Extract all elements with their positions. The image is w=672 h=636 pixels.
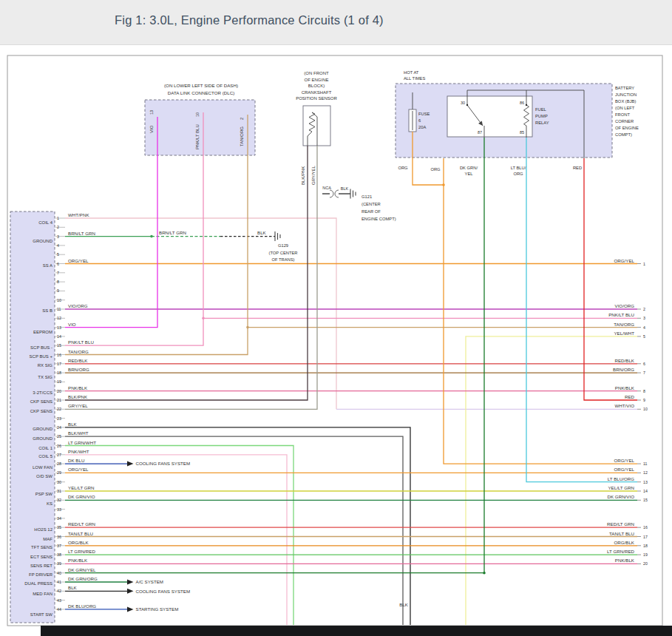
- pin-name: CKP SENS: [30, 409, 52, 413]
- wire-label: YEL/WHT: [614, 331, 634, 336]
- ckp-caption: (ON FRONT: [304, 71, 329, 75]
- wire-label: BLK/PNK: [68, 394, 88, 399]
- wire-label: PNK/LT BLU: [68, 339, 94, 345]
- pin-number: 11: [57, 307, 61, 311]
- dlc-wire-label: PNK/LT BLU: [195, 124, 200, 149]
- wire-label: ORG: [513, 172, 523, 176]
- pin-number: 40: [57, 571, 61, 575]
- wire-label: ORG: [398, 166, 408, 170]
- pin-name: PSP SW: [35, 492, 53, 496]
- pin-number: 32: [57, 498, 61, 502]
- relay-label: PUMP: [535, 114, 548, 118]
- pin-number: 7: [57, 271, 59, 275]
- wire-label: DK GRN/ORG: [68, 576, 98, 581]
- wire-label: ORG/YEL: [614, 458, 634, 463]
- wire-label: LT GRN/WHT: [68, 440, 96, 445]
- g121-caption: (CENTER: [362, 202, 381, 206]
- wire-label: PNK/BLK: [68, 385, 88, 390]
- wire-label: YEL/LT GRN: [68, 485, 95, 490]
- pin-number: 29: [57, 470, 61, 475]
- wire-label: RED: [625, 394, 635, 399]
- wire-label: PNK/LT BLU: [608, 312, 634, 317]
- bjb-caption: BATTERY: [615, 86, 634, 90]
- pin-number: 10: [57, 298, 61, 302]
- nca-label: NCA: [322, 186, 331, 190]
- wire-label: ORG/YEL: [68, 467, 89, 472]
- system-link-label: A/C SYSTEM: [136, 579, 163, 584]
- exit-number: 2: [643, 307, 645, 311]
- exit-number: 14: [643, 489, 648, 493]
- wire-label: DK GRN/: [460, 166, 478, 170]
- figure-title: Fig 1: 3.0L, Engine Performance Circuits…: [115, 13, 384, 27]
- dlc-wire-label: TAN/ORG: [240, 126, 244, 146]
- ckp-caption: CRANKSHAFT: [302, 90, 332, 95]
- junction-dot: [202, 317, 205, 320]
- pin-number: 39: [57, 561, 61, 566]
- pin-name: SS B: [42, 308, 52, 313]
- g121-caption: G121: [362, 194, 372, 199]
- pin-name: 3-2T/CCS: [33, 390, 52, 395]
- pin-name: TFT SENS: [31, 545, 52, 549]
- g129-caption: OF TRANS): [271, 257, 294, 262]
- pin-number: 25: [57, 434, 61, 439]
- wire-label: ORG/BLK: [68, 540, 89, 545]
- wiring-svg: COOLING FANS SYSTEMA/C SYSTEMCOOLING FAN…: [0, 0, 672, 636]
- pin-number: 31: [57, 489, 61, 493]
- wire-label: LT GRN/RED: [607, 549, 634, 554]
- relay-label: RELAY: [535, 121, 549, 125]
- pin-number: 15: [57, 343, 61, 348]
- junction-dot: [466, 104, 468, 106]
- pin-name: COIL 4: [38, 220, 52, 225]
- wire-label: BLK: [68, 422, 78, 427]
- bjb-caption: CORNER: [615, 119, 634, 124]
- hot-at-all-times: ALL TIMES: [404, 76, 425, 81]
- exit-number: 9: [643, 398, 645, 402]
- ckp-wire-label: GRY/YEL: [311, 165, 316, 185]
- pin-name: SCP BUS +: [30, 354, 53, 359]
- system-link-label: COOLING FANS SYSTEM: [136, 461, 191, 466]
- pcm-connector-box: [10, 212, 55, 623]
- junction-dot: [150, 235, 153, 238]
- pin-name: SCP BUS -: [30, 345, 52, 350]
- pin-number: 14: [57, 334, 61, 339]
- pin-number: 6: [57, 262, 59, 266]
- exit-number: 4: [643, 325, 645, 330]
- pin-name: GROUND: [33, 436, 52, 441]
- pin-name: FP DRIVER: [29, 572, 53, 577]
- pin-number: 34: [57, 516, 61, 521]
- wire-label: TAN/ORG: [614, 322, 634, 327]
- pin-name: MAF: [43, 537, 52, 541]
- exit-number: 16: [643, 525, 648, 530]
- g129-caption: G129: [278, 243, 288, 248]
- wire-label: BLK/WHT: [68, 430, 89, 436]
- wire-label: VIO/ORG: [68, 303, 88, 308]
- wire-label: YEL/LT GRN: [608, 485, 634, 490]
- fuse-label: FUSE: [418, 112, 430, 116]
- wire-label: RED/LT GRN: [68, 521, 95, 527]
- wire-label: BLK: [257, 230, 267, 235]
- pin-name: COIL 5: [38, 454, 52, 459]
- wire-label: PNK/BLK: [615, 558, 635, 563]
- pin-number: 35: [57, 525, 61, 530]
- exit-number: 5: [643, 334, 645, 339]
- pin-number: 8: [57, 280, 59, 284]
- wire-label: RED: [573, 166, 582, 170]
- pin-number: 20: [57, 389, 61, 393]
- ckp-wire-label: BLK/PNK: [301, 166, 305, 185]
- wire-label: DK GRN/YEL: [68, 567, 96, 572]
- exit-number: 18: [643, 544, 648, 548]
- pin-name: MED FAN: [33, 592, 52, 596]
- pin-number: 4: [57, 243, 59, 248]
- wire-label: WHT/PNK: [68, 212, 89, 217]
- pin-name: GROUND: [33, 239, 52, 243]
- wire-label: DK GRN/VIO: [608, 494, 635, 499]
- pin-number: 41: [57, 580, 61, 584]
- pin-name: ECT SENS: [30, 555, 52, 559]
- exit-number: 10: [643, 407, 648, 411]
- pin-name: O/D SW: [36, 474, 52, 478]
- pin-number: 43: [57, 598, 61, 603]
- pin-number: 22: [57, 407, 61, 411]
- wire-label: GRY/YEL: [68, 403, 88, 408]
- bottom-bar: [41, 626, 672, 636]
- hot-at-all-times: HOT AT: [404, 70, 419, 75]
